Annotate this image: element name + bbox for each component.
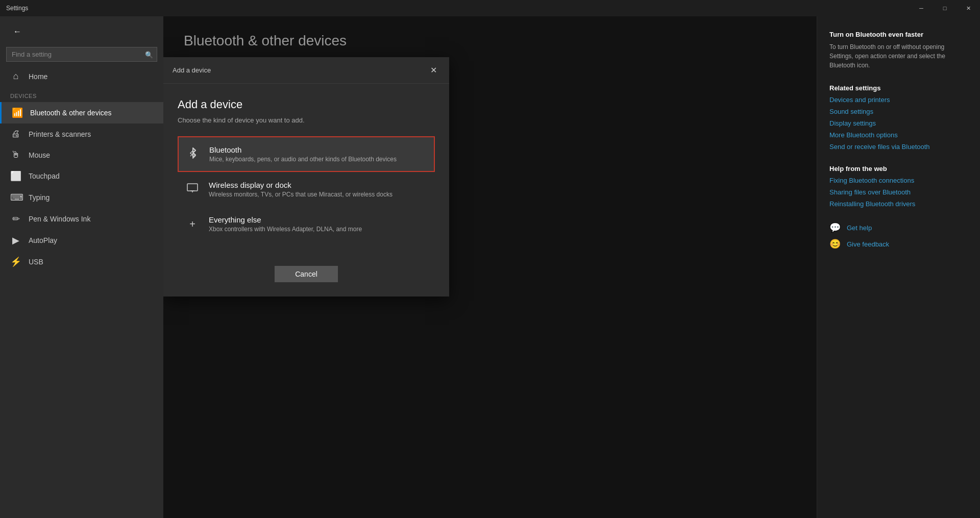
typing-icon: ⌨ — [10, 192, 21, 203]
titlebar: Settings ─ □ ✕ — [0, 0, 980, 16]
get-help-label: Get help — [847, 224, 872, 232]
maximize-button[interactable]: □ — [933, 0, 957, 16]
everything-option-name: Everything else — [209, 215, 362, 224]
sidebar-item-typing[interactable]: ⌨ Typing — [0, 187, 163, 208]
tip-title: Turn on Bluetooth even faster — [829, 31, 968, 38]
close-button[interactable]: ✕ — [957, 0, 980, 16]
bluetooth-option-desc: Mice, keyboards, pens, or audio and othe… — [209, 156, 397, 163]
wireless-option-desc: Wireless monitors, TVs, or PCs that use … — [209, 191, 393, 198]
everything-device-icon: + — [185, 218, 200, 230]
sidebar-section-devices: Devices — [0, 87, 163, 102]
minimize-button[interactable]: ─ — [910, 0, 933, 16]
add-device-modal: Add a device ✕ Add a device Choose the k… — [163, 57, 449, 297]
back-button[interactable]: ← — [10, 24, 24, 39]
bluetooth-device-icon — [186, 146, 200, 162]
modal-body: Add a device Choose the kind of device y… — [163, 84, 449, 256]
sidebar-item-pen[interactable]: ✏ Pen & Windows Ink — [0, 208, 163, 230]
sidebar-item-home[interactable]: ⌂ Home — [0, 66, 163, 87]
device-option-bluetooth[interactable]: Bluetooth Mice, keyboards, pens, or audi… — [178, 136, 435, 172]
printers-icon: 🖨 — [10, 129, 21, 139]
app-title: Settings — [6, 5, 28, 12]
content-area: Bluetooth & other devices + Add Bluetoot… — [163, 16, 817, 518]
give-feedback-item[interactable]: 😊 Give feedback — [829, 238, 968, 250]
main-container: ← 🔍 ⌂ Home Devices 📶 Bluetooth & other d… — [0, 16, 980, 518]
modal-overlay: Add a device ✕ Add a device Choose the k… — [163, 16, 817, 518]
modal-header-title: Add a device — [173, 66, 211, 74]
sidebar-item-printers-label: Printers & scanners — [29, 130, 91, 138]
related-link-devices[interactable]: Devices and printers — [829, 96, 968, 104]
help-link-reinstalling[interactable]: Reinstalling Bluetooth drivers — [829, 200, 968, 208]
everything-option-info: Everything else Xbox controllers with Wi… — [209, 215, 362, 233]
autoplay-icon: ▶ — [10, 235, 21, 246]
give-feedback-icon: 😊 — [829, 238, 841, 250]
sidebar-item-typing-label: Typing — [29, 193, 50, 202]
titlebar-controls: ─ □ ✕ — [910, 0, 980, 16]
search-box: 🔍 — [6, 47, 157, 62]
device-option-everything[interactable]: + Everything else Xbox controllers with … — [178, 207, 435, 241]
home-icon: ⌂ — [10, 71, 21, 82]
bluetooth-option-info: Bluetooth Mice, keyboards, pens, or audi… — [209, 145, 397, 163]
help-link-sharing[interactable]: Sharing files over Bluetooth — [829, 188, 968, 196]
sidebar-item-mouse[interactable]: 🖱 Mouse — [0, 144, 163, 165]
get-help-icon: 💬 — [829, 222, 841, 233]
modal-title: Add a device — [178, 98, 435, 111]
sidebar-item-bluetooth[interactable]: 📶 Bluetooth & other devices — [0, 102, 163, 124]
search-icon: 🔍 — [145, 51, 153, 58]
touchpad-icon: ⬜ — [10, 170, 21, 182]
titlebar-left: Settings — [6, 5, 28, 12]
sidebar-item-touchpad-label: Touchpad — [29, 172, 60, 180]
tip-section: Turn on Bluetooth even faster To turn Bl… — [829, 31, 968, 70]
sidebar-item-autoplay-label: AutoPlay — [29, 236, 57, 244]
everything-option-desc: Xbox controllers with Wireless Adapter, … — [209, 226, 362, 233]
help-link-fixing[interactable]: Fixing Bluetooth connections — [829, 177, 968, 184]
sidebar: ← 🔍 ⌂ Home Devices 📶 Bluetooth & other d… — [0, 16, 163, 518]
related-settings-section: Related settings Devices and printers So… — [829, 84, 968, 151]
help-title: Help from the web — [829, 165, 968, 172]
bluetooth-option-name: Bluetooth — [209, 145, 397, 154]
usb-icon: ⚡ — [10, 256, 21, 267]
related-link-sound[interactable]: Sound settings — [829, 108, 968, 115]
device-option-wireless[interactable]: Wireless display or dock Wireless monito… — [178, 172, 435, 207]
bluetooth-icon: 📶 — [12, 107, 23, 118]
give-feedback-label: Give feedback — [847, 240, 889, 248]
sidebar-item-usb-label: USB — [29, 258, 43, 266]
sidebar-item-bluetooth-label: Bluetooth & other devices — [30, 109, 112, 117]
svg-rect-0 — [187, 184, 198, 191]
related-link-display[interactable]: Display settings — [829, 119, 968, 127]
sidebar-item-printers[interactable]: 🖨 Printers & scanners — [0, 124, 163, 144]
related-settings-title: Related settings — [829, 84, 968, 92]
sidebar-item-pen-label: Pen & Windows Ink — [29, 215, 90, 223]
modal-footer: Cancel — [163, 256, 449, 297]
sidebar-item-usb[interactable]: ⚡ USB — [0, 251, 163, 273]
modal-header: Add a device ✕ — [163, 57, 449, 84]
sidebar-header: ← — [0, 16, 163, 47]
get-help-item[interactable]: 💬 Get help — [829, 222, 968, 233]
sidebar-item-home-label: Home — [29, 72, 47, 81]
right-panel: Turn on Bluetooth even faster To turn Bl… — [817, 16, 980, 518]
help-section: Help from the web Fixing Bluetooth conne… — [829, 165, 968, 208]
pen-icon: ✏ — [10, 213, 21, 225]
modal-close-button[interactable]: ✕ — [427, 64, 440, 76]
sidebar-item-mouse-label: Mouse — [29, 151, 50, 159]
related-link-send-receive[interactable]: Send or receive files via Bluetooth — [829, 143, 968, 151]
wireless-option-info: Wireless display or dock Wireless monito… — [209, 181, 393, 198]
related-link-bluetooth-options[interactable]: More Bluetooth options — [829, 131, 968, 139]
wireless-device-icon — [185, 182, 200, 197]
sidebar-item-autoplay[interactable]: ▶ AutoPlay — [0, 230, 163, 251]
sidebar-item-touchpad[interactable]: ⬜ Touchpad — [0, 165, 163, 187]
cancel-button[interactable]: Cancel — [275, 266, 338, 282]
search-input[interactable] — [6, 47, 157, 62]
mouse-icon: 🖱 — [10, 150, 21, 160]
wireless-option-name: Wireless display or dock — [209, 181, 393, 189]
modal-subtitle: Choose the kind of device you want to ad… — [178, 116, 435, 124]
tip-desc: To turn Bluetooth on or off without open… — [829, 42, 968, 70]
